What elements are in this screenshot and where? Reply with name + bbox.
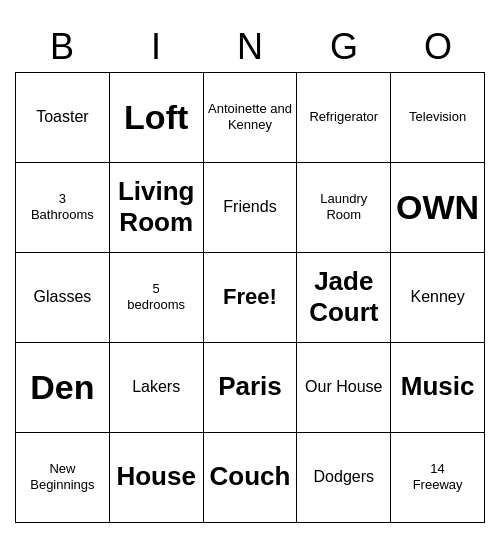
cell-text: Refrigerator	[309, 109, 378, 125]
bingo-cell: 14 Freeway	[391, 433, 485, 523]
bingo-cell: Jade Court	[297, 253, 391, 343]
bingo-header: BINGO	[15, 22, 485, 72]
bingo-cell: Loft	[110, 73, 204, 163]
cell-text: Loft	[124, 97, 188, 138]
cell-text: 3 Bathrooms	[31, 191, 94, 222]
cell-text: Lakers	[132, 377, 180, 396]
bingo-cell: House	[110, 433, 204, 523]
cell-text: Jade Court	[301, 266, 386, 328]
bingo-cell: Television	[391, 73, 485, 163]
header-letter: N	[203, 22, 297, 72]
cell-text: House	[116, 461, 195, 492]
bingo-cell: 3 Bathrooms	[16, 163, 110, 253]
cell-text: 5 bedrooms	[127, 281, 185, 312]
bingo-cell: Paris	[204, 343, 298, 433]
header-letter: O	[391, 22, 485, 72]
header-letter: B	[15, 22, 109, 72]
cell-text: Paris	[218, 371, 282, 402]
cell-text: Antoinette and Kenney	[208, 101, 293, 132]
bingo-cell: Antoinette and Kenney	[204, 73, 298, 163]
cell-text: Music	[401, 371, 475, 402]
cell-text: Laundry Room	[301, 191, 386, 222]
bingo-cell: New Beginnings	[16, 433, 110, 523]
cell-text: OWN	[396, 187, 479, 228]
header-letter: I	[109, 22, 203, 72]
bingo-cell: Laundry Room	[297, 163, 391, 253]
bingo-cell: Den	[16, 343, 110, 433]
bingo-cell: Refrigerator	[297, 73, 391, 163]
bingo-grid: ToasterLoftAntoinette and KenneyRefriger…	[15, 72, 485, 523]
cell-text: Television	[409, 109, 466, 125]
cell-text: Kenney	[410, 287, 464, 306]
cell-text: Our House	[305, 377, 382, 396]
bingo-cell: Glasses	[16, 253, 110, 343]
bingo-cell: Dodgers	[297, 433, 391, 523]
bingo-card: BINGO ToasterLoftAntoinette and KenneyRe…	[15, 22, 485, 523]
cell-text: Den	[30, 367, 94, 408]
cell-text: Glasses	[34, 287, 92, 306]
cell-text: Dodgers	[314, 467, 374, 486]
bingo-cell: Couch	[204, 433, 298, 523]
cell-text: Couch	[210, 461, 291, 492]
bingo-cell: 5 bedrooms	[110, 253, 204, 343]
cell-text: Free!	[223, 284, 277, 310]
cell-text: 14 Freeway	[413, 461, 463, 492]
bingo-cell: Toaster	[16, 73, 110, 163]
bingo-cell: OWN	[391, 163, 485, 253]
cell-text: Friends	[223, 197, 276, 216]
bingo-cell: Music	[391, 343, 485, 433]
bingo-cell: Our House	[297, 343, 391, 433]
bingo-cell: Kenney	[391, 253, 485, 343]
bingo-cell: Free!	[204, 253, 298, 343]
cell-text: New Beginnings	[20, 461, 105, 492]
cell-text: Living Room	[114, 176, 199, 238]
header-letter: G	[297, 22, 391, 72]
bingo-cell: Lakers	[110, 343, 204, 433]
cell-text: Toaster	[36, 107, 88, 126]
bingo-cell: Living Room	[110, 163, 204, 253]
bingo-cell: Friends	[204, 163, 298, 253]
